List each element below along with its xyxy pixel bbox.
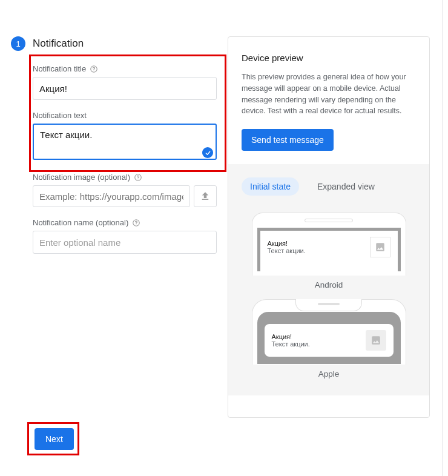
- text-label: Notification text: [33, 111, 87, 120]
- title-field-group: Notification title: [33, 64, 217, 100]
- help-icon[interactable]: [90, 65, 98, 73]
- image-label: Notification image (optional): [33, 173, 130, 182]
- android-preview: Акция! Текст акции. Android: [242, 213, 416, 289]
- tab-expanded-view[interactable]: Expanded view: [309, 177, 383, 196]
- upload-button[interactable]: [194, 185, 217, 207]
- notif-preview-body: Текст акции.: [272, 340, 310, 348]
- step-header: 1 Notification: [11, 36, 217, 51]
- tab-initial-state[interactable]: Initial state: [242, 177, 299, 196]
- preview-tabs: Initial state Expanded view: [242, 177, 416, 196]
- text-field-group: Notification text Текст акции.: [33, 111, 217, 162]
- name-field-group: Notification name (optional): [33, 218, 217, 254]
- preview-description: This preview provides a general idea of …: [242, 71, 416, 117]
- notification-image-input[interactable]: [33, 185, 190, 207]
- notification-text-input[interactable]: Текст акции.: [33, 124, 217, 160]
- preview-title: Device preview: [242, 53, 416, 63]
- name-label: Notification name (optional): [33, 218, 128, 227]
- phone-speaker-icon: [305, 219, 353, 222]
- image-placeholder-icon: [370, 237, 390, 257]
- upload-icon: [200, 191, 211, 202]
- help-icon[interactable]: [132, 219, 140, 227]
- device-preview-panel: Device preview This preview provides a g…: [228, 36, 430, 418]
- android-label: Android: [242, 280, 416, 289]
- image-placeholder-icon: [366, 330, 386, 351]
- apple-label: Apple: [242, 369, 416, 378]
- panel-right-border: [443, 0, 443, 476]
- notification-name-input[interactable]: [33, 231, 217, 254]
- apple-preview: Акция! Текст акции. Apple: [242, 299, 416, 378]
- help-icon[interactable]: [134, 173, 142, 182]
- phone-notch-icon: [295, 299, 362, 311]
- svg-point-1: [94, 70, 94, 71]
- svg-point-5: [136, 224, 137, 225]
- notif-preview-title: Акция!: [272, 333, 310, 340]
- send-test-button[interactable]: Send test message: [242, 129, 334, 151]
- step-number-badge: 1: [11, 36, 25, 51]
- check-icon: [202, 147, 213, 158]
- notif-preview-body: Текст акции.: [268, 247, 306, 254]
- step-title: Notification: [33, 38, 84, 50]
- next-button[interactable]: Next: [35, 428, 74, 450]
- notif-preview-title: Акция!: [268, 240, 306, 247]
- title-label: Notification title: [33, 64, 86, 73]
- notification-title-input[interactable]: [33, 77, 217, 100]
- svg-point-3: [138, 179, 139, 179]
- image-field-group: Notification image (optional): [33, 173, 217, 207]
